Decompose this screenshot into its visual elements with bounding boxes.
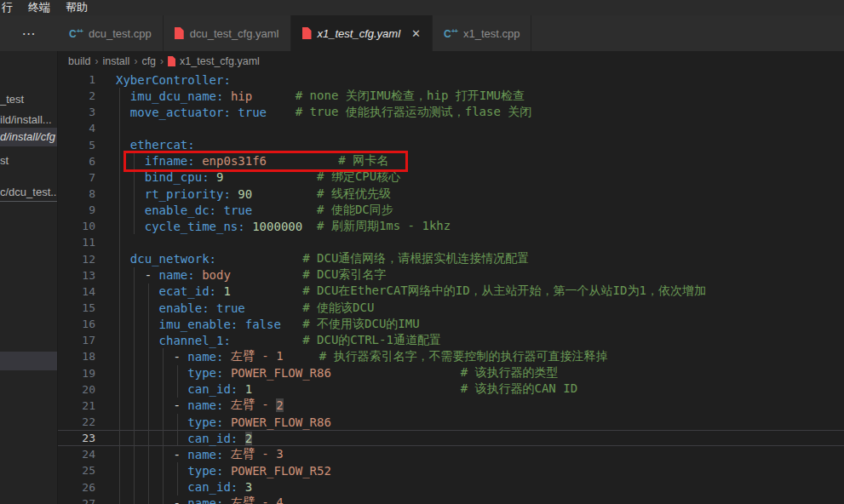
token: # 不使用该DCU的IMU [302, 317, 419, 332]
code-line[interactable]: 9 enable_dc: true # 使能DC同步 [58, 202, 844, 218]
tab-close-icon[interactable]: ✕ [411, 27, 421, 40]
tab-overflow-button[interactable]: ⋯ [0, 15, 58, 51]
code-line[interactable]: 7 bind_cpu: 9 # 绑定CPU核心 [58, 169, 844, 186]
code-line[interactable]: 15 enable: true # 使能该DCU [58, 300, 844, 316]
indent-guide [177, 479, 178, 495]
token [284, 350, 319, 364]
token [116, 203, 145, 217]
token [231, 106, 238, 119]
menu-item-终端[interactable]: 终端 [20, 0, 58, 15]
token: XyberController: [116, 73, 231, 87]
sidebar-panel: _testild/install...d/install/cfgstc/dcu_… [0, 51, 58, 504]
token [116, 334, 159, 347]
indent-guide [134, 381, 135, 398]
token: true [223, 203, 252, 217]
token [116, 154, 145, 168]
code-line[interactable]: 22 type: POWER_FLOW_R86 [58, 414, 844, 430]
indent-guide [119, 365, 120, 381]
indent-guide [148, 431, 149, 445]
tab-x1_test_cfg.yaml[interactable]: x1_test_cfg.yaml✕ [291, 15, 433, 51]
line-number: 7 [58, 171, 112, 184]
indent-guide [148, 462, 149, 478]
menu-item-行[interactable]: 行 [0, 0, 20, 15]
code-line[interactable]: 19 type: POWER_FLOW_R86 # 该执行器的类型 [58, 365, 844, 381]
line-content: type: POWER_FLOW_R52 [112, 462, 844, 478]
token [210, 170, 216, 184]
code-line[interactable]: 11 [58, 234, 844, 250]
code-line[interactable]: 2 imu_dcu_name: hip # none 关闭IMU检查，hip 打… [58, 88, 844, 104]
indent-guide [134, 284, 135, 300]
code-line[interactable]: 17 channel_1: # DCU的CTRL-1通道配置 [58, 332, 844, 348]
sidebar-item-ild-install-[interactable]: ild/install... [0, 111, 58, 129]
token: # DCU在EtherCAT网络中的ID，从主站开始，第一个从站ID为1，依次增… [302, 284, 706, 299]
token [116, 106, 130, 119]
code-line[interactable]: 6 ifname: enp0s31f6 # 网卡名 [58, 153, 844, 169]
indent-guide [163, 348, 164, 364]
token: rt_priority: [145, 187, 231, 201]
line-number: 10 [58, 220, 112, 232]
line-number: 4 [58, 122, 112, 135]
code-line[interactable]: 13 - name: body # DCU索引名字 [58, 267, 844, 284]
token [116, 301, 159, 315]
code-line[interactable]: 8 rt_priority: 90 # 线程优先级 [58, 186, 844, 202]
code-line[interactable]: 10 cycle_time_ns: 1000000 # 刷新周期1ms - 1k… [58, 218, 844, 234]
indent-guide [119, 332, 120, 348]
code-line[interactable]: 24 - name: 左臂 - 3 [58, 446, 844, 462]
code-line[interactable]: 16 imu_enable: false # 不使用该DCU的IMU [58, 316, 844, 332]
token: # 使能DC同步 [317, 203, 393, 218]
code-line[interactable]: 1XyberController: [58, 72, 844, 88]
sidebar-item--test[interactable]: _test [0, 90, 58, 109]
indent-guide [119, 137, 120, 153]
token: name: [187, 398, 223, 412]
token: 90 [238, 187, 252, 201]
code-line[interactable]: 21 - name: 左臂 - 2 [58, 398, 844, 414]
breadcrumb-segment-cfg[interactable]: cfg [141, 55, 156, 67]
token: 2 [276, 398, 283, 412]
sidebar-item-c-dcu-test-[interactable]: c/dcu_test... [0, 183, 58, 202]
tab-dcu_test.cpp[interactable]: C++dcu_test.cpp [58, 15, 164, 51]
line-number: 27 [58, 497, 112, 504]
line-number: 17 [58, 334, 112, 346]
code-area[interactable]: 1XyberController:2 imu_dcu_name: hip # n… [58, 72, 844, 504]
code-line[interactable]: 26 can_id: 3 [58, 479, 844, 495]
indent-guide [177, 462, 178, 478]
code-line[interactable]: 20 can_id: 1 # 该执行器的CAN ID [58, 381, 844, 398]
line-number: 12 [58, 253, 112, 266]
token: imu_enable: [159, 318, 238, 331]
tab-x1_test.cpp[interactable]: C++x1_test.cpp [433, 15, 532, 51]
line-number: 19 [58, 367, 112, 380]
sidebar-item-d-install-cfg[interactable]: d/install/cfg [0, 128, 58, 146]
token [223, 366, 230, 380]
breadcrumb-file[interactable]: x1_test_cfg.yaml [180, 55, 260, 67]
code-line[interactable]: 27 - name: 左臂 - 4 [58, 495, 844, 504]
code-line[interactable]: 5 ethercat: [58, 137, 844, 153]
indent-guide [119, 120, 120, 136]
breadcrumb-segment-build[interactable]: build [68, 55, 90, 67]
line-number: 3 [58, 106, 112, 118]
code-line[interactable]: 18 - name: 左臂 - 1 # 执行器索引名字，不需要控制的执行器可直接… [58, 348, 844, 364]
tab-dcu_test_cfg.yaml[interactable]: dcu_test_cfg.yaml [164, 15, 291, 51]
code-line[interactable]: 14 ecat_id: 1 # DCU在EtherCAT网络中的ID，从主站开始… [58, 284, 844, 300]
code-line[interactable]: 12 dcu_network: # DCU通信网络，请根据实机连接情况配置 [58, 251, 844, 267]
line-number: 26 [58, 481, 112, 494]
indent-guide [119, 251, 120, 267]
token: move_actuator: [130, 106, 231, 119]
sidebar-item[interactable] [0, 352, 58, 370]
token [331, 366, 461, 380]
line-content: enable_dc: true # 使能DC同步 [112, 202, 844, 218]
sidebar-item-st[interactable]: st [0, 152, 58, 170]
menu-item-帮助[interactable]: 帮助 [58, 0, 95, 15]
token: # 网卡名 [338, 153, 388, 169]
line-content: rt_priority: 90 # 线程优先级 [112, 186, 844, 202]
token [223, 448, 230, 461]
indent-guide [119, 284, 120, 300]
code-line[interactable]: 4 [58, 120, 844, 136]
token: enp0s31f6 [202, 154, 267, 168]
code-line[interactable]: 25 type: POWER_FLOW_R52 [58, 462, 844, 478]
code-line[interactable]: 23 can_id: 2 [58, 430, 844, 446]
token: # 该执行器的类型 [461, 365, 559, 381]
code-line[interactable]: 3 move_actuator: true # true 使能执行器运动测试，f… [58, 104, 844, 120]
token: # true 使能执行器运动测试，flase 关闭 [296, 105, 532, 120]
line-content: - name: body # DCU索引名字 [112, 267, 844, 284]
breadcrumb-segment-install[interactable]: install [102, 55, 129, 67]
